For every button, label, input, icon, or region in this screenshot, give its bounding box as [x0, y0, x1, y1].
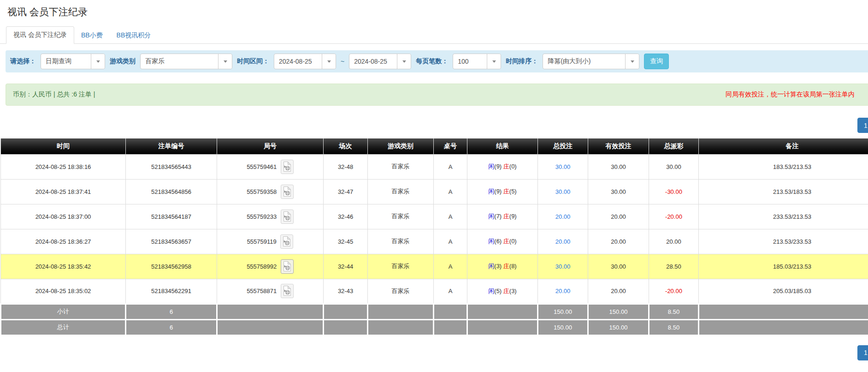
- summary-total-bet: 150.00: [538, 304, 588, 319]
- total-bet-link[interactable]: 30.00: [555, 163, 571, 170]
- cell-total-bet: 30.00: [538, 179, 588, 204]
- column-header-payout: 总派彩: [649, 138, 699, 154]
- summary-empty-cell: [467, 304, 538, 319]
- date-from-select[interactable]: 2024-08-25: [274, 54, 336, 69]
- summary-bar: 币别：人民币 | 总共 :6 注单 | 同局有效投注，统一计算在该局第一张注单内: [6, 84, 868, 106]
- cell-time: 2024-08-25 18:37:41: [1, 179, 126, 204]
- date-range-separator: ~: [341, 58, 344, 65]
- video-replay-button[interactable]: [281, 185, 294, 199]
- video-replay-button[interactable]: [281, 284, 294, 298]
- cell-game-type: 百家乐: [368, 179, 434, 204]
- date-to-value: 2024-08-25: [349, 54, 397, 69]
- column-header-table: 桌号: [434, 138, 467, 154]
- summary-empty-cell: [368, 304, 434, 319]
- round-number: 555758992: [247, 263, 277, 270]
- summary-count: 6: [126, 319, 217, 335]
- round-number: 555759119: [247, 238, 277, 245]
- video-replay-button[interactable]: [281, 259, 294, 274]
- result-banker-score: (8): [509, 263, 517, 270]
- time-sort-select[interactable]: 降冪(由大到小): [543, 54, 639, 69]
- summary-empty-cell: [368, 319, 434, 335]
- cell-payout: -30.00: [649, 179, 699, 204]
- cell-time: 2024-08-25 18:35:02: [1, 279, 126, 304]
- page-content: 视讯 会员下注纪录 视讯 会员下注纪录 BB小费 BB视讯积分 请选择： 日期查…: [0, 6, 868, 360]
- result-player: 闲: [488, 238, 494, 245]
- pagination-page-1[interactable]: 1: [857, 345, 868, 360]
- tab-bb-tips[interactable]: BB小费: [74, 27, 110, 44]
- summary-valid-bet: 150.00: [588, 304, 649, 319]
- game-type-label: 游戏类别: [110, 57, 136, 66]
- cell-payout: 20.00: [649, 229, 699, 254]
- total-row: 总计6150.00150.008.50: [1, 319, 868, 335]
- total-bet-link[interactable]: 20.00: [555, 238, 571, 245]
- game-type-select[interactable]: 百家乐: [140, 54, 232, 69]
- search-button[interactable]: 查询: [644, 54, 669, 69]
- video-replay-button[interactable]: [280, 234, 293, 249]
- cell-game-type: 百家乐: [368, 204, 434, 229]
- result-player: 闲: [488, 188, 494, 195]
- total-bet-link[interactable]: 30.00: [555, 263, 571, 270]
- cell-total-bet: 20.00: [538, 229, 588, 254]
- cell-valid-bet: 30.00: [588, 179, 649, 204]
- chevron-down-icon: [625, 54, 639, 69]
- round-number: 555758871: [247, 288, 277, 294]
- time-sort-label: 时间排序：: [506, 57, 538, 66]
- query-type-select[interactable]: 日期查询: [41, 54, 105, 69]
- cell-result: 闲(7) 庄(9): [467, 204, 538, 229]
- tab-bet-records[interactable]: 视讯 会员下注纪录: [6, 26, 74, 44]
- chevron-down-icon: [397, 54, 411, 69]
- result-player-score: (6): [494, 238, 502, 245]
- currency-summary-text: 币别：人民币 | 总共 :6 注单 |: [13, 90, 95, 99]
- pagination-page-1[interactable]: 1: [857, 118, 868, 133]
- valid-bet-notice-text: 同局有效投注，统一计算在该局第一张注单内: [726, 90, 855, 99]
- summary-empty-cell: [467, 319, 538, 335]
- video-replay-button[interactable]: [281, 160, 294, 174]
- cell-time: 2024-08-25 18:36:27: [1, 229, 126, 254]
- chevron-down-icon: [322, 54, 336, 69]
- summary-label: 总计: [1, 319, 126, 335]
- video-replay-button[interactable]: [281, 210, 294, 224]
- cell-remark: 183.53/213.53: [699, 154, 868, 179]
- table-row: 2024-08-25 18:35:42521834562958555758992…: [1, 254, 868, 279]
- table-row: 2024-08-25 18:37:41521834564856555759358…: [1, 179, 868, 204]
- total-bet-link[interactable]: 20.00: [555, 288, 571, 294]
- result-player-score: (5): [494, 288, 502, 294]
- pagination-bottom: 1: [0, 345, 868, 360]
- result-banker: 庄: [503, 288, 509, 294]
- page-size-select[interactable]: 100: [453, 54, 501, 69]
- chevron-down-icon: [487, 54, 501, 69]
- cell-session: 32-46: [324, 204, 368, 229]
- date-to-select[interactable]: 2024-08-25: [349, 54, 411, 69]
- summary-empty-cell: [699, 319, 868, 335]
- summary-empty-cell: [434, 304, 467, 319]
- result-player-score: (9): [494, 188, 502, 195]
- cell-table-number: A: [434, 279, 467, 304]
- cell-session: 32-44: [324, 254, 368, 279]
- cell-total-bet: 30.00: [538, 254, 588, 279]
- page-size-label: 每页笔数：: [416, 57, 448, 66]
- cell-session: 32-45: [324, 229, 368, 254]
- cell-table-number: A: [434, 229, 467, 254]
- round-number: 555759233: [247, 213, 277, 220]
- result-player: 闲: [488, 263, 494, 270]
- cell-table-number: A: [434, 154, 467, 179]
- summary-total-bet: 150.00: [538, 319, 588, 335]
- subtotal-row: 小计6150.00150.008.50: [1, 304, 868, 319]
- query-type-label: 请选择：: [10, 57, 36, 66]
- summary-empty-cell: [434, 319, 467, 335]
- table-row: 2024-08-25 18:36:27521834563657555759119…: [1, 229, 868, 254]
- column-header-round: 局号: [217, 138, 324, 154]
- total-bet-link[interactable]: 20.00: [555, 213, 571, 220]
- result-player: 闲: [488, 213, 494, 220]
- result-banker: 庄: [503, 213, 509, 220]
- chevron-down-icon: [91, 54, 105, 69]
- summary-empty-cell: [324, 319, 368, 335]
- cell-session: 32-43: [324, 279, 368, 304]
- cell-table-number: A: [434, 254, 467, 279]
- filter-bar: 请选择： 日期查询 游戏类别 百家乐 时间区间： 2024-08-25 ~ 20…: [6, 50, 868, 72]
- cell-total-bet: 20.00: [538, 279, 588, 304]
- column-header-total-bet: 总投注: [538, 138, 588, 154]
- cell-round-id: 555758871: [217, 279, 324, 304]
- tab-bb-video-points[interactable]: BB视讯积分: [110, 27, 158, 44]
- total-bet-link[interactable]: 30.00: [555, 188, 571, 195]
